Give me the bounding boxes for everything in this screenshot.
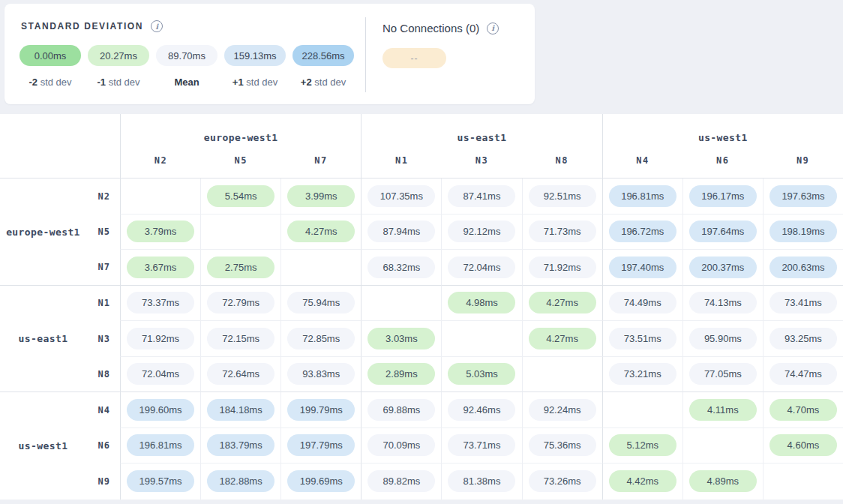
latency-pill[interactable]: 72.85ms xyxy=(287,328,355,350)
latency-pill[interactable]: 199.60ms xyxy=(127,399,194,421)
latency-pill[interactable]: 197.79ms xyxy=(287,434,355,456)
latency-pill[interactable]: 200.37ms xyxy=(689,256,757,278)
latency-pill[interactable]: 3.03ms xyxy=(368,328,435,350)
matrix-cell-empty xyxy=(602,392,682,428)
matrix-cell: 199.79ms xyxy=(280,392,361,428)
latency-pill[interactable]: 71.92ms xyxy=(127,328,194,350)
legend-item: 159.13ms +1 std dev xyxy=(224,45,286,88)
latency-pill[interactable]: 87.41ms xyxy=(448,185,515,207)
latency-pill[interactable]: 3.99ms xyxy=(287,185,355,207)
latency-pill[interactable]: 70.09ms xyxy=(368,434,435,456)
latency-pill[interactable]: 107.35ms xyxy=(368,185,435,207)
latency-pill[interactable]: 68.32ms xyxy=(368,256,435,278)
latency-pill[interactable]: 196.81ms xyxy=(127,434,194,456)
latency-pill[interactable]: 4.60ms xyxy=(770,434,837,456)
matrix-cell: 81.38ms xyxy=(441,464,521,500)
latency-pill[interactable]: 199.57ms xyxy=(127,470,194,492)
matrix-cell: 73.41ms xyxy=(763,286,843,322)
latency-pill[interactable]: 89.82ms xyxy=(368,470,435,492)
matrix-cell: 77.05ms xyxy=(682,357,763,393)
latency-pill[interactable]: 4.27ms xyxy=(529,328,596,350)
matrix-cell-empty xyxy=(763,464,843,500)
latency-pill[interactable]: 196.81ms xyxy=(609,185,676,207)
latency-pill[interactable]: 75.36ms xyxy=(529,434,596,456)
latency-pill[interactable]: 2.75ms xyxy=(207,256,274,278)
matrix-cell: 73.26ms xyxy=(522,464,602,500)
latency-pill[interactable]: 72.15ms xyxy=(207,328,274,350)
info-icon[interactable]: i xyxy=(151,20,163,32)
column-header-N1: N1 xyxy=(362,155,442,178)
legend-title: STANDARD DEVIATION xyxy=(21,21,143,32)
latency-pill[interactable]: 4.27ms xyxy=(287,220,355,242)
latency-pill[interactable]: 73.37ms xyxy=(127,292,194,314)
latency-pill[interactable]: 184.18ms xyxy=(207,399,274,421)
latency-pill[interactable]: 4.11ms xyxy=(689,399,757,421)
latency-pill[interactable]: 197.63ms xyxy=(770,185,837,207)
matrix-cell: 197.64ms xyxy=(682,214,763,250)
latency-pill[interactable]: 73.26ms xyxy=(529,470,596,492)
latency-pill[interactable]: 72.79ms xyxy=(207,292,274,314)
latency-pill[interactable]: 197.64ms xyxy=(689,220,757,242)
latency-pill[interactable]: 72.04ms xyxy=(448,256,515,278)
latency-pill[interactable]: 74.13ms xyxy=(689,292,757,314)
latency-pill[interactable]: 77.05ms xyxy=(689,363,757,385)
latency-pill[interactable]: 73.71ms xyxy=(448,434,515,456)
latency-pill[interactable]: 93.25ms xyxy=(770,328,837,350)
latency-pill[interactable]: 73.41ms xyxy=(770,292,837,314)
latency-pill[interactable]: 92.51ms xyxy=(529,185,596,207)
matrix-cell: 72.79ms xyxy=(200,286,280,322)
row-node-label: N8 xyxy=(86,369,110,380)
info-icon[interactable]: i xyxy=(487,22,499,34)
latency-pill[interactable]: 93.83ms xyxy=(287,363,355,385)
matrix-cell: 200.37ms xyxy=(682,250,763,286)
latency-pill[interactable]: 71.92ms xyxy=(529,256,596,278)
latency-pill[interactable]: 4.98ms xyxy=(448,292,515,314)
latency-pill[interactable]: 92.24ms xyxy=(529,399,596,421)
legend-card: STANDARD DEVIATION i 0.00ms -2 std dev 2… xyxy=(4,4,535,104)
latency-pill[interactable]: 4.42ms xyxy=(609,470,676,492)
latency-pill[interactable]: 199.79ms xyxy=(287,399,355,421)
latency-pill[interactable]: 87.94ms xyxy=(368,220,435,242)
latency-pill[interactable]: 92.12ms xyxy=(448,220,515,242)
latency-pill[interactable]: 183.79ms xyxy=(207,434,274,456)
latency-pill[interactable]: 81.38ms xyxy=(448,470,515,492)
latency-pill[interactable]: 182.88ms xyxy=(207,470,274,492)
latency-pill[interactable]: 5.12ms xyxy=(609,434,676,456)
column-node-row: N4N6N9 xyxy=(603,155,843,178)
row-header-N9: N9 xyxy=(0,464,120,500)
matrix-cell: 73.21ms xyxy=(602,357,682,393)
latency-pill[interactable]: 72.64ms xyxy=(207,363,274,385)
latency-pill[interactable]: 198.19ms xyxy=(770,220,837,242)
matrix-cell: 5.54ms xyxy=(200,178,280,214)
latency-pill[interactable]: 4.89ms xyxy=(689,470,757,492)
latency-pill[interactable]: 5.54ms xyxy=(207,185,274,207)
latency-pill[interactable]: 74.47ms xyxy=(770,363,837,385)
latency-pill[interactable]: 196.17ms xyxy=(689,185,757,207)
latency-pill[interactable]: 3.67ms xyxy=(127,256,194,278)
latency-pill[interactable]: 74.49ms xyxy=(609,292,676,314)
matrix-cell: 72.15ms xyxy=(200,321,280,357)
matrix-cell: 72.04ms xyxy=(120,357,200,393)
latency-pill[interactable]: 197.40ms xyxy=(609,256,676,278)
column-header-N8: N8 xyxy=(522,155,602,178)
latency-pill[interactable]: 73.51ms xyxy=(609,328,676,350)
latency-pill[interactable]: 73.21ms xyxy=(609,363,676,385)
latency-pill[interactable]: 4.27ms xyxy=(529,292,596,314)
latency-pill[interactable]: 75.94ms xyxy=(287,292,355,314)
latency-pill[interactable]: 196.72ms xyxy=(609,220,676,242)
latency-pill[interactable]: 95.90ms xyxy=(689,328,757,350)
divider xyxy=(365,17,366,92)
legend-item: 0.00ms -2 std dev xyxy=(20,45,81,88)
latency-pill[interactable]: 2.89ms xyxy=(368,363,435,385)
latency-pill[interactable]: 69.88ms xyxy=(368,399,435,421)
latency-pill[interactable]: 71.73ms xyxy=(529,220,596,242)
latency-pill[interactable]: 3.79ms xyxy=(127,220,194,242)
latency-pill[interactable]: 4.70ms xyxy=(770,399,837,421)
latency-pill[interactable]: 199.69ms xyxy=(287,470,355,492)
latency-pill[interactable]: 72.04ms xyxy=(127,363,194,385)
latency-pill[interactable]: 200.63ms xyxy=(770,256,837,278)
matrix-cell: 74.13ms xyxy=(682,286,763,322)
latency-pill[interactable]: 5.03ms xyxy=(448,363,515,385)
matrix-cell: 199.69ms xyxy=(280,464,361,500)
latency-pill[interactable]: 92.46ms xyxy=(448,399,515,421)
